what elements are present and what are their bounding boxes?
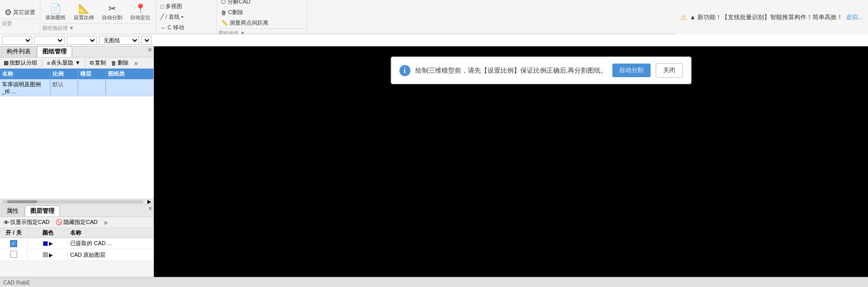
hide-cad-btn[interactable]: 🚫 隐藏指定CAD: [54, 218, 99, 226]
measure-label: 测量两点间距离: [230, 19, 268, 27]
nav-combo-paper[interactable]: 无图纸: [99, 36, 139, 45]
color-arrow-2[interactable]: ▶: [49, 252, 53, 258]
notification-bar: ⚠ ▲ 新功能！【支线批量识别】智能推算构件！简单高效！ 虚拟...: [675, 0, 868, 34]
add-drawing-label: 添加图纸: [45, 14, 66, 21]
layer-color-1: ▶: [28, 240, 68, 247]
auto-locate-label: 自动定位: [130, 14, 150, 21]
auto-split-dialog-btn[interactable]: 自动分割: [612, 64, 650, 77]
nav-combo-arrow[interactable]: ▼: [141, 36, 151, 45]
layer-tabs: ✕ 属性 图层管理: [0, 204, 153, 217]
color-arrow-1[interactable]: ▶: [49, 241, 53, 246]
copy-label: 复制: [95, 59, 106, 67]
header-label: 表头显隐 ▼: [51, 59, 80, 67]
auto-split-label: 自动分割: [102, 14, 122, 21]
c-move-btn[interactable]: ↔ C 移动: [158, 23, 187, 32]
main-area: ✕ 构件列表 图纸管理 ▦ 按默认分组 ≡ 表头显隐 ▼ ⧉ 复制 🗑: [0, 46, 868, 277]
layer-panel-close-btn[interactable]: ✕: [148, 205, 152, 212]
delete-btn[interactable]: 🗑 删除: [110, 59, 130, 67]
multi-view-icon: □: [160, 4, 164, 10]
show-cad-btn[interactable]: 👁 仅显示指定CAD: [2, 218, 51, 226]
add-drawing-btn[interactable]: 📄 添加图纸: [42, 3, 69, 23]
table-row[interactable]: 车库说明及图例_t6 ... 默认: [0, 79, 153, 96]
list-toolbar: ▦ 按默认分组 ≡ 表头显隐 ▼ ⧉ 复制 🗑 删除 »: [0, 58, 153, 69]
set-scale-btn[interactable]: 📐 设置比例: [71, 3, 97, 23]
color-indicator-1: [43, 241, 48, 246]
more-btn[interactable]: »: [132, 59, 139, 67]
checkbox-outline[interactable]: [10, 251, 17, 258]
view-tools-section: □ 多视图 ╱ / 直线 • ↔ C 移动: [156, 0, 216, 34]
preprocess-group-label[interactable]: 图纸预处理 ▼: [42, 23, 153, 32]
nav-combo-2[interactable]: [34, 36, 65, 45]
layer-row-2[interactable]: ▶ CAD 原始图层: [0, 249, 153, 261]
main-toolbar: ⚙ 其它设置 设置 📄 添加图纸 📐 设置比例 ✂ 自动分割 📍 自动定位: [0, 0, 868, 34]
group-label: 按默认分组: [10, 59, 37, 67]
left-panel: ✕ 构件列表 图纸管理 ▦ 按默认分组 ≡ 表头显隐 ▼ ⧉ 复制 🗑: [0, 46, 154, 277]
layer-toggle-1[interactable]: ✓: [0, 240, 28, 248]
show-cad-label: 仅显示指定CAD: [10, 218, 49, 226]
layer-color-2: ▶: [28, 252, 68, 258]
multi-view-btn[interactable]: □ 多视图: [158, 2, 185, 11]
auto-split-btn[interactable]: ✂ 自动分割: [99, 3, 125, 23]
c-delete-btn[interactable]: 🗑 C删除: [219, 8, 246, 17]
measure-btn[interactable]: 📏 测量两点间距离: [219, 18, 271, 28]
col-scale-header: 比例: [50, 70, 78, 78]
layer-name-1: 已提取的 CAD ...: [68, 239, 153, 248]
drawing-preprocess-section: 📄 添加图纸 📐 设置比例 ✂ 自动分割 📍 自动定位 图纸预处理 ▼: [40, 0, 156, 34]
group-by-default-btn[interactable]: ▦ 按默认分组: [2, 59, 39, 67]
show-header-btn[interactable]: ≡ 表头显隐 ▼: [45, 59, 82, 67]
lcol-name-header: 名称: [68, 228, 153, 237]
panel-close-btn[interactable]: ✕: [147, 46, 152, 53]
warning-icon: ⚠: [680, 13, 687, 21]
auto-locate-btn[interactable]: 📍 自动定位: [127, 3, 153, 23]
col-name-header: 名称: [0, 70, 50, 78]
other-settings-btn[interactable]: ⚙ 其它设置: [2, 7, 38, 18]
layer-toolbar: 👁 仅显示指定CAD 🚫 隐藏指定CAD »: [0, 217, 153, 228]
layer-toggle-2[interactable]: [0, 250, 28, 259]
locate-icon: 📍: [135, 4, 146, 13]
nav-combo-1[interactable]: [2, 36, 32, 45]
tab-layers[interactable]: 图层管理: [25, 205, 60, 216]
lcol-color-header: 颜色: [28, 228, 68, 237]
tab-properties[interactable]: 属性: [1, 205, 24, 216]
tab-components[interactable]: 构件列表: [1, 46, 36, 57]
delete-label: 删除: [118, 59, 129, 67]
copy-btn[interactable]: ⧉ 复制: [88, 59, 107, 67]
hide-cad-icon: 🚫: [56, 219, 63, 225]
multi-view-label: 多视图: [166, 3, 182, 10]
drawing-list: 车库说明及图例_t6 ... 默认: [0, 79, 153, 199]
row-name: 车库说明及图例_t6 ...: [0, 80, 50, 95]
add-icon: 📄: [50, 4, 61, 13]
layer-name-2: CAD 原始图层: [68, 251, 153, 259]
status-text: CAD RabE: [3, 279, 30, 285]
close-dialog-btn[interactable]: 关闭: [656, 63, 683, 78]
checkbox-checked[interactable]: ✓: [10, 240, 17, 247]
tab-drawings[interactable]: 图纸管理: [37, 46, 72, 57]
lcol-toggle-header: 开 / 关: [0, 228, 28, 237]
list-horizontal-scrollbar[interactable]: ▶: [0, 199, 153, 204]
layer-panel: ✕ 属性 图层管理 👁 仅显示指定CAD 🚫 隐藏指定CAD » 开 / 关: [0, 204, 153, 277]
info-icon: i: [399, 65, 410, 76]
layer-row-1[interactable]: ✓ ▶ 已提取的 CAD ...: [0, 238, 153, 249]
notification-text: ▲ 新功能！【支线批量识别】智能推算构件！简单高效！: [690, 13, 843, 22]
c-move-label: C 移动: [168, 24, 184, 31]
nav-combo-3[interactable]: [67, 36, 97, 45]
scale-icon: 📐: [78, 4, 89, 13]
straight-line-label: / 直线 •: [166, 13, 183, 21]
notif-link[interactable]: 虚拟...: [846, 13, 863, 22]
layer-more-btn[interactable]: »: [102, 218, 109, 226]
row-scale: 默认: [50, 80, 78, 95]
divider-1: [42, 59, 42, 67]
divider-2: [85, 59, 85, 67]
other-settings-label: 其它设置: [13, 9, 35, 16]
header-icon: ≡: [47, 60, 50, 66]
split-cad-label: 分解CAD: [228, 0, 250, 6]
split-cad-btn[interactable]: ⬡ 分解CAD: [219, 0, 253, 7]
status-bar: CAD RabE: [0, 277, 868, 287]
delete-icon: 🗑: [111, 60, 117, 66]
c-delete-label: C删除: [228, 9, 243, 16]
straight-line-btn[interactable]: ╱ / 直线 •: [158, 12, 186, 22]
c-delete-icon: 🗑: [221, 10, 227, 16]
settings-icon: ⚙: [5, 8, 12, 17]
table-header: 名称 比例 楼层 图纸类: [0, 69, 153, 79]
row-type: [106, 80, 153, 95]
